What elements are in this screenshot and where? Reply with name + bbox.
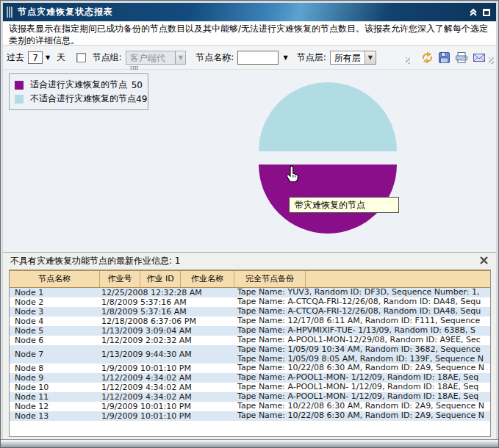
node-group-dropdown-arrow-icon: ▼ bbox=[175, 51, 185, 64]
table-row[interactable]: Node 12 1/9/2009 10:01:10 PM Tape Name: … bbox=[10, 402, 490, 411]
maximize-button[interactable] bbox=[483, 9, 490, 16]
node-tier-dropdown-arrow-icon: ▼ bbox=[365, 51, 376, 64]
toolbar-section-grip bbox=[406, 57, 411, 64]
cell-tape-info: Tape Name: A-POOL1-MON- 1/12/09, Random … bbox=[237, 383, 490, 392]
table-row[interactable]: Node 11 1/12/2009 4:34:02 AM Tape Name: … bbox=[10, 392, 490, 402]
cell-node-name: Node 8 bbox=[10, 364, 101, 373]
email-icon bbox=[473, 52, 486, 63]
cell-node-name: Node 5 bbox=[10, 326, 101, 336]
job-table-body: Node 1 12/25/2008 12:32:28 AM Tape Name:… bbox=[10, 288, 490, 421]
cell-backup-time: 1/9/2009 10:01:10 PM bbox=[101, 411, 237, 421]
node-name-input[interactable] bbox=[237, 51, 278, 65]
collapse-button[interactable] bbox=[469, 8, 478, 17]
node-group-select: 客户端代理 ▼ bbox=[126, 51, 187, 65]
cell-node-name: Node 2 bbox=[10, 297, 101, 307]
cell-node-name: Node 9 bbox=[10, 373, 101, 383]
cell-tape-info: Tape Name: 10/22/08 6:30 AM, Random ID: … bbox=[237, 364, 490, 373]
cell-backup-time: 1/9/2009 10:01:10 PM bbox=[101, 402, 237, 411]
cell-node-name: Node 11 bbox=[10, 392, 101, 402]
cell-backup-time: 1/12/2009 2:02:32 AM bbox=[101, 336, 237, 345]
col-header-job-id[interactable]: 作业 ID bbox=[140, 271, 181, 287]
refresh-button[interactable] bbox=[421, 51, 434, 64]
jobs-table: 节点名称 作业号 作业 ID 作业名称 完全节点备份 Node 1 12/25/… bbox=[9, 270, 491, 437]
node-tier-select[interactable]: 所有层 ▼ bbox=[330, 51, 376, 65]
table-row[interactable]: Node 7 1/13/2009 9:44:30 AM Tape Name: 1… bbox=[10, 345, 490, 364]
cell-tape-info: Tape Name: A-POOL1-MON- 1/12/09, Random … bbox=[237, 392, 490, 402]
table-row[interactable]: Node 1 12/25/2008 12:32:28 AM Tape Name:… bbox=[10, 288, 490, 297]
table-row[interactable]: Node 2 1/8/2009 5:37:16 AM Tape Name: A-… bbox=[10, 297, 490, 307]
drag-grip-icon[interactable] bbox=[7, 7, 13, 18]
cell-node-name: Node 6 bbox=[10, 336, 101, 345]
page-title: 节点灾难恢复状态报表 bbox=[18, 6, 113, 18]
close-button[interactable] bbox=[479, 256, 489, 267]
col-header-full-backup[interactable]: 完全节点备份 bbox=[234, 271, 306, 287]
cell-backup-time: 1/8/2009 5:37:16 AM bbox=[101, 307, 237, 317]
pie-slice-incapable[interactable] bbox=[259, 82, 397, 151]
table-row[interactable]: Node 3 1/8/2009 5:37:16 AM Tape Name: A-… bbox=[10, 307, 490, 317]
refresh-icon bbox=[421, 51, 434, 64]
cell-tape-info: Tape Name: A-HPVMIXIF-TUE- 1/13/09, Rand… bbox=[237, 326, 490, 336]
cell-tape-info: Tape Name: 10/22/08 6:30 AM, Random ID: … bbox=[237, 411, 490, 421]
save-icon bbox=[438, 51, 450, 64]
cell-backup-time: 1/13/2009 9:44:30 AM bbox=[101, 350, 237, 359]
table-row[interactable]: Node 6 1/12/2009 2:02:32 AM Tape Name: A… bbox=[10, 336, 490, 345]
node-tier-label: 节点层: bbox=[297, 51, 326, 64]
col-header-node-name[interactable]: 节点名称 bbox=[10, 271, 100, 287]
cell-tape-info: Tape Name: A-CTCQA-FRI-12/26/08, Random … bbox=[237, 307, 490, 317]
cell-tape-info: Tape Name: 12/17/08 6:11 AM, Random ID: … bbox=[237, 317, 490, 326]
chevron-up-double-icon bbox=[469, 8, 478, 17]
cell-backup-time: 1/12/2009 4:34:02 AM bbox=[101, 392, 237, 402]
print-button[interactable] bbox=[455, 51, 468, 64]
cell-backup-time: 1/12/2009 4:34:02 AM bbox=[101, 373, 237, 383]
jobs-table-header: 节点名称 作业号 作业 ID 作业名称 完全节点备份 bbox=[10, 270, 490, 288]
cell-backup-time: 1/13/2009 3:09:04 AM bbox=[101, 326, 237, 336]
toolbar-end-grip bbox=[489, 57, 494, 64]
days-unit-label: 天 bbox=[57, 51, 65, 64]
cell-backup-time: 1/9/2009 10:01:10 PM bbox=[101, 364, 237, 373]
col-header-job-no[interactable]: 作业号 bbox=[100, 271, 140, 287]
cell-node-name: Node 13 bbox=[10, 411, 101, 421]
pie-tooltip: 带灾难恢复的节点 bbox=[289, 197, 399, 213]
save-button[interactable] bbox=[438, 51, 450, 64]
table-row[interactable]: Node 4 12/18/2008 6:37:06 PM Tape Name: … bbox=[10, 317, 490, 326]
cell-backup-time: 1/8/2009 5:37:16 AM bbox=[101, 297, 237, 307]
cell-backup-time: 12/25/2008 12:32:28 AM bbox=[101, 288, 237, 297]
cell-node-name: Node 1 bbox=[10, 288, 101, 297]
report-window: 节点灾难恢复状态报表 该报表显示在指定期间已成功备份的节点数目以及其中能够/无法… bbox=[0, 0, 499, 448]
days-input[interactable]: 7 bbox=[28, 51, 43, 64]
cell-node-name: Node 4 bbox=[10, 317, 101, 326]
cell-tape-info: Tape Name: YUV3, Random ID: DF3D, Sequen… bbox=[237, 288, 490, 297]
cell-tape-info: Tape Name: A-POOL1-MON-12/29/08, Random … bbox=[237, 336, 490, 345]
cell-backup-time: 12/18/2008 6:37:06 PM bbox=[101, 317, 237, 326]
table-row[interactable]: Node 13 1/9/2009 10:01:10 PM Tape Name: … bbox=[10, 411, 490, 421]
jobs-panel: 不具有灾难恢复功能节点的最新作业信息: 1 节点名称 作业号 作业 ID 作业名… bbox=[3, 252, 496, 440]
report-description: 该报表显示在指定期间已成功备份的节点数目以及其中能够/无法进行灾难恢复的节点数目… bbox=[3, 21, 496, 46]
chart-area: 适合进行灾难恢复的节点 50 不适合进行灾难恢复的节点 49 带灾难恢复的节点 bbox=[3, 70, 496, 252]
pie-chart[interactable] bbox=[3, 70, 499, 252]
cell-node-name: Node 3 bbox=[10, 307, 101, 317]
window-frame-bottom bbox=[1, 439, 498, 447]
cell-tape-info: Tape Name: A-POOL1-MON- 1/12/09, Random … bbox=[237, 373, 490, 383]
table-row[interactable]: Node 9 1/12/2009 4:34:02 AM Tape Name: A… bbox=[10, 373, 490, 383]
node-name-dropdown-arrow-icon[interactable]: ▼ bbox=[284, 54, 288, 61]
table-row[interactable]: Node 10 1/12/2009 4:34:02 AM Tape Name: … bbox=[10, 383, 490, 392]
cell-tape-info: Tape Name: A-CTCQA-FRI-12/26/08, Random … bbox=[237, 297, 490, 307]
title-bar[interactable]: 节点灾难恢复状态报表 bbox=[3, 3, 496, 21]
jobs-panel-title: 不具有灾难恢复功能节点的最新作业信息: 1 bbox=[10, 255, 181, 267]
cell-node-name: Node 12 bbox=[10, 402, 101, 411]
node-group-checkbox[interactable] bbox=[76, 53, 85, 62]
days-dropdown-arrow-icon[interactable]: ▼ bbox=[46, 54, 50, 61]
table-row[interactable]: Node 8 1/9/2009 10:01:10 PM Tape Name: 1… bbox=[10, 364, 490, 373]
col-header-extra bbox=[306, 271, 490, 287]
cell-node-name: Node 7 bbox=[10, 350, 101, 359]
node-name-label: 节点名称: bbox=[195, 51, 234, 64]
table-row[interactable]: Node 5 1/13/2009 3:09:04 AM Tape Name: A… bbox=[10, 326, 490, 336]
cell-backup-time: 1/12/2009 4:34:02 AM bbox=[101, 383, 237, 392]
filter-toolbar: 过去 7 ▼ 天 节点组: 客户端代理 ▼ 节点名称: ▼ 节点层: 所有层 ▼ bbox=[3, 46, 496, 70]
email-button[interactable] bbox=[473, 52, 486, 63]
col-header-job-name[interactable]: 作业名称 bbox=[181, 271, 234, 287]
cell-tape-info: Tape Name: 10/22/08 6:30 AM, Random ID: … bbox=[237, 402, 490, 411]
node-group-label: 节点组: bbox=[93, 51, 122, 64]
cell-node-name: Node 10 bbox=[10, 383, 101, 392]
past-label: 过去 bbox=[7, 51, 24, 64]
